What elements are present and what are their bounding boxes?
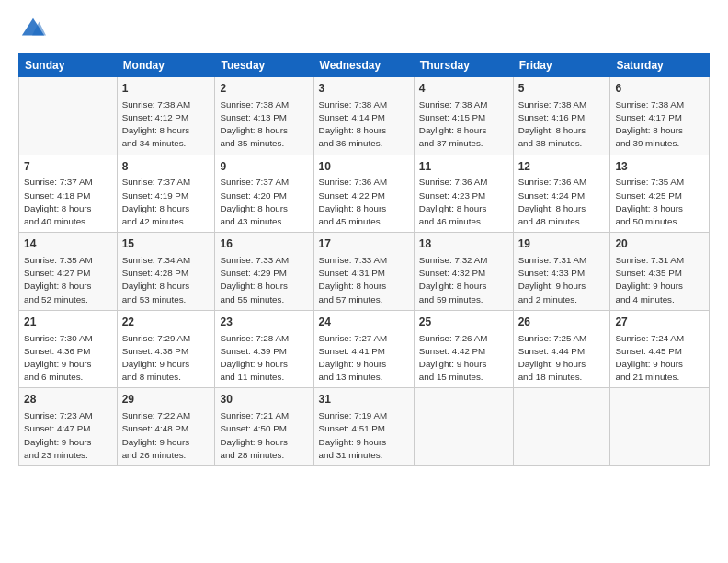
day-cell: 31Sunrise: 7:19 AM Sunset: 4:51 PM Dayli… <box>313 388 414 466</box>
day-number: 11 <box>419 159 508 175</box>
dow-saturday: Saturday <box>610 54 710 77</box>
day-cell: 26Sunrise: 7:25 AM Sunset: 4:44 PM Dayli… <box>513 310 610 388</box>
day-info: Sunrise: 7:26 AM Sunset: 4:42 PM Dayligh… <box>419 332 508 385</box>
day-info: Sunrise: 7:36 AM Sunset: 4:22 PM Dayligh… <box>319 176 409 228</box>
week-row-2: 14Sunrise: 7:35 AM Sunset: 4:27 PM Dayli… <box>19 233 710 311</box>
day-info: Sunrise: 7:29 AM Sunset: 4:38 PM Dayligh… <box>122 332 210 385</box>
day-cell <box>414 388 513 466</box>
day-info: Sunrise: 7:33 AM Sunset: 4:29 PM Dayligh… <box>220 254 308 306</box>
day-info: Sunrise: 7:38 AM Sunset: 4:15 PM Dayligh… <box>419 98 508 151</box>
day-info: Sunrise: 7:34 AM Sunset: 4:28 PM Dayligh… <box>122 254 210 306</box>
week-row-0: 1Sunrise: 7:38 AM Sunset: 4:12 PM Daylig… <box>19 77 710 155</box>
day-cell: 1Sunrise: 7:38 AM Sunset: 4:12 PM Daylig… <box>117 77 215 155</box>
day-info: Sunrise: 7:37 AM Sunset: 4:18 PM Dayligh… <box>24 176 112 228</box>
day-number: 18 <box>419 236 508 252</box>
day-cell: 30Sunrise: 7:21 AM Sunset: 4:50 PM Dayli… <box>215 388 313 466</box>
day-info: Sunrise: 7:35 AM Sunset: 4:25 PM Dayligh… <box>615 176 704 228</box>
day-info: Sunrise: 7:31 AM Sunset: 4:33 PM Dayligh… <box>518 254 606 306</box>
day-number: 14 <box>24 236 112 252</box>
day-cell: 13Sunrise: 7:35 AM Sunset: 4:25 PM Dayli… <box>610 155 710 233</box>
day-info: Sunrise: 7:38 AM Sunset: 4:13 PM Dayligh… <box>220 98 308 151</box>
day-number: 7 <box>24 159 112 175</box>
calendar-body: 1Sunrise: 7:38 AM Sunset: 4:12 PM Daylig… <box>19 77 710 466</box>
day-cell: 5Sunrise: 7:38 AM Sunset: 4:16 PM Daylig… <box>513 77 610 155</box>
day-cell: 2Sunrise: 7:38 AM Sunset: 4:13 PM Daylig… <box>215 77 313 155</box>
day-number: 17 <box>319 236 409 252</box>
day-cell: 27Sunrise: 7:24 AM Sunset: 4:45 PM Dayli… <box>610 310 710 388</box>
week-row-4: 28Sunrise: 7:23 AM Sunset: 4:47 PM Dayli… <box>19 388 710 466</box>
dow-wednesday: Wednesday <box>313 54 414 77</box>
day-info: Sunrise: 7:33 AM Sunset: 4:31 PM Dayligh… <box>319 254 409 306</box>
day-cell: 15Sunrise: 7:34 AM Sunset: 4:28 PM Dayli… <box>117 233 215 311</box>
day-number: 22 <box>122 315 210 330</box>
logo-icon <box>20 17 46 42</box>
day-number: 23 <box>220 315 308 330</box>
day-number: 2 <box>220 81 308 97</box>
day-number: 25 <box>419 315 508 330</box>
day-info: Sunrise: 7:37 AM Sunset: 4:19 PM Dayligh… <box>122 176 210 228</box>
day-number: 6 <box>615 81 704 97</box>
day-cell: 18Sunrise: 7:32 AM Sunset: 4:32 PM Dayli… <box>414 233 513 311</box>
day-info: Sunrise: 7:35 AM Sunset: 4:27 PM Dayligh… <box>24 254 112 306</box>
day-number: 13 <box>615 159 704 175</box>
day-cell: 10Sunrise: 7:36 AM Sunset: 4:22 PM Dayli… <box>313 155 414 233</box>
day-info: Sunrise: 7:36 AM Sunset: 4:24 PM Dayligh… <box>518 176 606 228</box>
day-cell: 14Sunrise: 7:35 AM Sunset: 4:27 PM Dayli… <box>19 233 118 311</box>
day-number: 8 <box>122 159 210 175</box>
day-number: 26 <box>518 315 606 330</box>
day-number: 12 <box>518 159 606 175</box>
day-number: 15 <box>122 236 210 252</box>
day-cell: 19Sunrise: 7:31 AM Sunset: 4:33 PM Dayli… <box>513 233 610 311</box>
day-info: Sunrise: 7:28 AM Sunset: 4:39 PM Dayligh… <box>220 332 308 385</box>
day-info: Sunrise: 7:38 AM Sunset: 4:17 PM Dayligh… <box>615 98 704 151</box>
day-cell: 9Sunrise: 7:37 AM Sunset: 4:20 PM Daylig… <box>215 155 313 233</box>
day-cell <box>610 388 710 466</box>
day-number: 31 <box>319 392 409 408</box>
dow-monday: Monday <box>117 54 215 77</box>
day-cell: 23Sunrise: 7:28 AM Sunset: 4:39 PM Dayli… <box>215 310 313 388</box>
day-cell: 6Sunrise: 7:38 AM Sunset: 4:17 PM Daylig… <box>610 77 710 155</box>
day-cell: 29Sunrise: 7:22 AM Sunset: 4:48 PM Dayli… <box>117 388 215 466</box>
day-cell: 16Sunrise: 7:33 AM Sunset: 4:29 PM Dayli… <box>215 233 313 311</box>
day-number: 27 <box>615 315 704 330</box>
day-info: Sunrise: 7:31 AM Sunset: 4:35 PM Dayligh… <box>615 254 704 306</box>
day-number: 1 <box>122 81 210 97</box>
day-info: Sunrise: 7:19 AM Sunset: 4:51 PM Dayligh… <box>319 409 409 462</box>
day-info: Sunrise: 7:37 AM Sunset: 4:20 PM Dayligh… <box>220 176 308 228</box>
day-cell: 12Sunrise: 7:36 AM Sunset: 4:24 PM Dayli… <box>513 155 610 233</box>
day-cell: 11Sunrise: 7:36 AM Sunset: 4:23 PM Dayli… <box>414 155 513 233</box>
day-cell <box>513 388 610 466</box>
day-info: Sunrise: 7:30 AM Sunset: 4:36 PM Dayligh… <box>24 332 112 385</box>
dow-friday: Friday <box>513 54 610 77</box>
day-number: 16 <box>220 236 308 252</box>
day-cell: 25Sunrise: 7:26 AM Sunset: 4:42 PM Dayli… <box>414 310 513 388</box>
day-number: 30 <box>220 392 308 408</box>
day-info: Sunrise: 7:24 AM Sunset: 4:45 PM Dayligh… <box>615 332 704 385</box>
day-cell: 7Sunrise: 7:37 AM Sunset: 4:18 PM Daylig… <box>19 155 118 233</box>
header <box>18 17 710 42</box>
day-cell <box>19 77 118 155</box>
dow-thursday: Thursday <box>414 54 513 77</box>
day-info: Sunrise: 7:22 AM Sunset: 4:48 PM Dayligh… <box>122 409 210 462</box>
day-info: Sunrise: 7:38 AM Sunset: 4:12 PM Dayligh… <box>122 98 210 151</box>
day-info: Sunrise: 7:36 AM Sunset: 4:23 PM Dayligh… <box>419 176 508 228</box>
calendar-table: SundayMondayTuesdayWednesdayThursdayFrid… <box>18 53 710 466</box>
day-info: Sunrise: 7:27 AM Sunset: 4:41 PM Dayligh… <box>319 332 409 385</box>
day-info: Sunrise: 7:38 AM Sunset: 4:16 PM Dayligh… <box>518 98 606 151</box>
day-number: 20 <box>615 236 704 252</box>
day-number: 10 <box>319 159 409 175</box>
day-cell: 22Sunrise: 7:29 AM Sunset: 4:38 PM Dayli… <box>117 310 215 388</box>
day-cell: 17Sunrise: 7:33 AM Sunset: 4:31 PM Dayli… <box>313 233 414 311</box>
day-info: Sunrise: 7:23 AM Sunset: 4:47 PM Dayligh… <box>24 409 112 462</box>
day-info: Sunrise: 7:32 AM Sunset: 4:32 PM Dayligh… <box>419 254 508 306</box>
day-number: 9 <box>220 159 308 175</box>
logo <box>18 17 46 42</box>
week-row-3: 21Sunrise: 7:30 AM Sunset: 4:36 PM Dayli… <box>19 310 710 388</box>
day-cell: 24Sunrise: 7:27 AM Sunset: 4:41 PM Dayli… <box>313 310 414 388</box>
day-cell: 8Sunrise: 7:37 AM Sunset: 4:19 PM Daylig… <box>117 155 215 233</box>
day-number: 21 <box>24 315 112 330</box>
day-number: 29 <box>122 392 210 408</box>
day-cell: 3Sunrise: 7:38 AM Sunset: 4:14 PM Daylig… <box>313 77 414 155</box>
day-number: 19 <box>518 236 606 252</box>
week-row-1: 7Sunrise: 7:37 AM Sunset: 4:18 PM Daylig… <box>19 155 710 233</box>
